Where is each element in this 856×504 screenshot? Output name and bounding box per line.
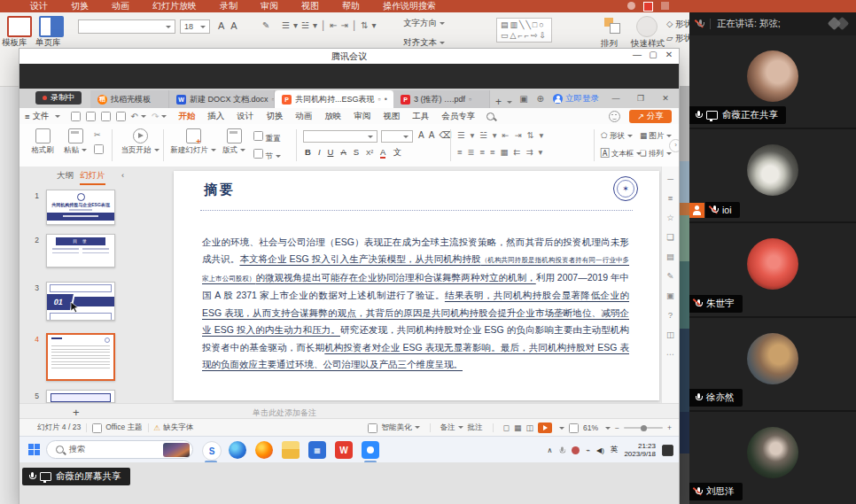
menu-design[interactable]: 设计 — [230, 111, 260, 122]
slide-canvas[interactable]: 摘要 ✶ 企业的环境、社会与公司治理（ESG）表现正在成为全球主流投资策略，然而… — [174, 171, 659, 400]
ppt-text-direction[interactable]: 文字方向 — [403, 18, 445, 29]
login-button[interactable]: 立即登录 — [553, 93, 599, 105]
comments-button[interactable]: 批注 — [468, 423, 483, 433]
collapse-icon[interactable]: ─ — [667, 174, 673, 183]
meeting-titlebar[interactable]: 腾讯会议 — ▢ ✕ — [19, 49, 679, 64]
normal-view-icon[interactable]: ◻ — [503, 423, 510, 432]
recording-badge[interactable]: 录制中 — [35, 91, 82, 105]
align-buttons[interactable]: ≡≣≡≡▦⇇⇉▾ — [457, 147, 548, 157]
ppt-tab-view[interactable]: 视图 — [301, 0, 319, 12]
zoom-out-button[interactable]: − — [615, 423, 619, 432]
format-painter-button[interactable]: 格式刷 — [27, 128, 58, 156]
search-icon[interactable] — [486, 112, 494, 120]
slide-thumbnail-2[interactable]: 目 录 — [46, 234, 115, 268]
menu-member[interactable]: 会员专享 — [435, 111, 481, 122]
menu-view[interactable]: 视图 — [377, 111, 406, 122]
network-icon[interactable]: ⌁ — [586, 446, 590, 454]
ppt-arrange-icon[interactable] — [604, 18, 624, 35]
menu-insert[interactable]: 插入 — [201, 111, 230, 122]
ppt-grow-shrink-font[interactable]: AA — [218, 20, 244, 31]
more-icon[interactable]: ⋯ — [666, 349, 675, 359]
new-tab-button[interactable]: + — [490, 96, 517, 108]
ppt-account-icon[interactable] — [627, 2, 635, 10]
undo-icon[interactable]: ↶ — [131, 112, 146, 121]
panel-icon[interactable]: ◫ — [666, 330, 674, 339]
picture-button[interactable]: ▦ 图片 — [640, 131, 672, 142]
tray-expand-icon[interactable]: ∧ — [547, 446, 552, 454]
font-family-select[interactable] — [303, 130, 377, 143]
paste-button[interactable]: 粘贴 — [62, 128, 89, 156]
tab-slides[interactable]: 幻灯片 — [80, 170, 105, 185]
missing-font-label[interactable]: 缺失字体 — [163, 423, 193, 433]
wps-app-icon[interactable]: W — [335, 441, 353, 459]
slide-thumbnail-4-selected[interactable] — [46, 333, 115, 381]
tray-person-icon[interactable] — [572, 446, 580, 454]
material-icon[interactable]: ▤ — [666, 252, 674, 261]
page-lib-button[interactable] — [39, 16, 64, 37]
ppt-tab-review[interactable]: 审阅 — [261, 0, 278, 12]
play-from-current-button[interactable]: 当页开始 — [121, 128, 160, 156]
tab-pdf-document[interactable]: P 3 (推荐) ….pdf ▫ — [393, 90, 490, 108]
reading-view-icon[interactable]: ◫ — [526, 423, 534, 432]
slideshow-play-button[interactable] — [538, 423, 552, 433]
file-menu[interactable]: ≡ 文件 — [19, 111, 66, 122]
feedback-icon[interactable] — [609, 111, 620, 122]
ppt-list-buttons[interactable]: ☰▾☱▾│⇤⇥│⇅▾ — [282, 20, 380, 30]
ribbon-expander[interactable]: › — [669, 139, 679, 152]
template-lib-button[interactable] — [7, 16, 32, 37]
participant-tile-liusiyang[interactable]: 刘思洋 — [689, 412, 856, 504]
redo-icon[interactable]: ↷ — [152, 112, 167, 121]
bold-button[interactable]: B — [305, 147, 311, 157]
reset-button[interactable]: 重置 — [253, 131, 280, 144]
ppt-tab-help[interactable]: 帮助 — [342, 0, 360, 12]
menu-animation[interactable]: 动画 — [289, 111, 318, 122]
app-s-icon[interactable]: S — [202, 441, 222, 461]
add-slide-button[interactable]: + — [73, 406, 80, 419]
new-slide-button[interactable]: 新建幻灯片 — [170, 128, 216, 156]
participant-tile-yuwei[interactable]: 俞薇正在共享 — [689, 35, 856, 128]
toolbox-icon[interactable]: ▣ — [666, 291, 674, 300]
collapse-panel-icon[interactable]: ‹ — [121, 170, 124, 180]
ppt-font-family-select[interactable] — [78, 19, 175, 34]
wps-minimize-button[interactable]: — — [608, 94, 624, 103]
italic-button[interactable]: I — [318, 147, 321, 157]
properties-icon[interactable]: ≡ — [668, 193, 673, 203]
tab-docer-templates[interactable]: 稻 找稻壳模板 — [90, 90, 169, 108]
menu-transition[interactable]: 切换 — [260, 111, 289, 122]
app-grid-icon[interactable]: ▦ — [308, 441, 326, 459]
section-button[interactable]: 节 — [253, 149, 281, 162]
layout-button[interactable]: 版式 — [220, 128, 248, 156]
strike-button[interactable]: A — [340, 147, 346, 157]
ppt-window-icon[interactable] — [661, 2, 669, 10]
underline-button[interactable]: U — [328, 147, 334, 157]
wps-close-button[interactable]: ✕ — [658, 94, 673, 103]
notification-center-icon[interactable] — [662, 445, 673, 456]
taskbar-search[interactable]: 搜索 — [46, 440, 193, 459]
taskbar-clock[interactable]: 21:23 2023/9/18 — [624, 442, 656, 459]
slide-thumbnail-3[interactable]: 01 — [46, 282, 115, 321]
help-icon[interactable]: ? — [668, 310, 673, 320]
meeting-close-button[interactable]: ✕ — [661, 50, 677, 59]
slide-thumbnail-5[interactable] — [46, 390, 115, 403]
menu-review[interactable]: 审阅 — [347, 111, 377, 122]
ppt-tab-design[interactable]: 设计 — [30, 0, 48, 12]
shapes-button[interactable]: ⬠ 形状 — [601, 131, 633, 142]
font-size-select[interactable] — [381, 130, 413, 143]
ppt-tab-record[interactable]: 录制 — [220, 0, 237, 12]
ppt-clear-format-icon[interactable]: ✎ — [262, 20, 273, 30]
participant-tile-ioi[interactable]: ioi — [689, 129, 856, 221]
ppt-tab-animations[interactable]: 动画 — [112, 0, 129, 12]
ppt-align-text[interactable]: 对齐文本 — [403, 37, 445, 49]
shadow-button[interactable]: S — [354, 147, 359, 157]
meeting-minimize-button[interactable]: — — [629, 50, 645, 59]
volume-icon[interactable]: ◀) — [596, 446, 604, 454]
print-preview-icon[interactable] — [101, 112, 111, 121]
ppt-quick-styles-icon[interactable] — [636, 16, 658, 37]
slide-thumbnail-1[interactable]: 共同机构持股与企业ESG表现 — [46, 190, 115, 225]
superscript-button[interactable]: X² — [366, 149, 373, 157]
participant-tile-zhushiyu[interactable]: 朱世宇 — [689, 223, 856, 315]
find-icon[interactable] — [116, 112, 126, 121]
text-tool-button[interactable]: 文 — [393, 147, 401, 157]
input-language[interactable]: 英 — [611, 445, 619, 455]
ppt-tab-slideshow[interactable]: 幻灯片放映 — [152, 0, 197, 12]
